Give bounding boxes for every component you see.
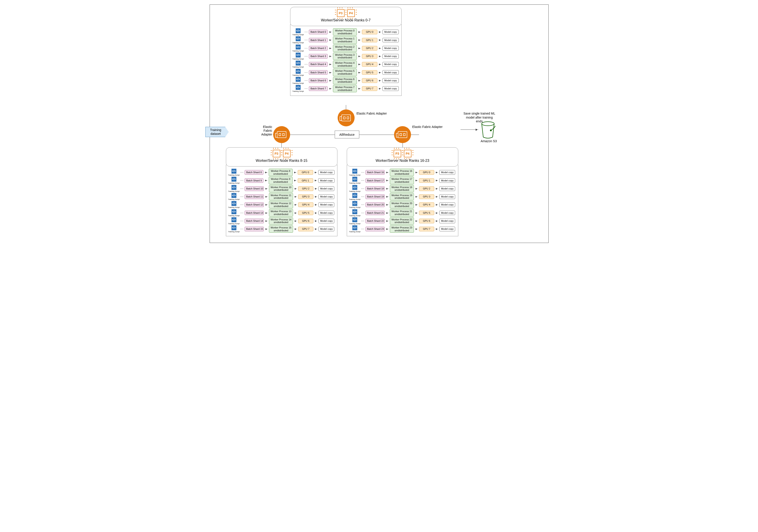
- gpu-cell: GPU 6: [419, 218, 434, 223]
- worker-node-0: P3P4Worker/Server Node Ranks 0-7</>Train…: [290, 7, 402, 96]
- worker-row: </>Training ScriptBatch Shard 4Worker Pr…: [293, 61, 399, 68]
- worker-process-cell: Worker Process 4smdistributed: [333, 61, 357, 68]
- architecture-diagram: Training dataset Elastic Fabric Adapter …: [210, 5, 549, 243]
- training-script-icon: </>Training Script: [350, 169, 360, 176]
- model-copy-cell: Model copy: [319, 202, 334, 207]
- batch-shard-cell: Batch Shard 21: [365, 211, 385, 215]
- worker-row: </>Training ScriptBatch Shard 14Worker P…: [229, 217, 334, 225]
- training-script-icon: </>Training Script: [293, 28, 303, 36]
- arrow-icon: [358, 48, 361, 49]
- dashed-connector: [305, 64, 308, 64]
- dashed-connector: [361, 180, 364, 181]
- worker-process-cell: Worker Process 23smdistributed: [390, 225, 414, 233]
- batch-shard-cell: Batch Shard 9: [245, 178, 263, 183]
- node-header: P3P4Worker/Server Node Ranks 16-23: [347, 147, 458, 166]
- batch-shard-cell: Batch Shard 14: [245, 218, 264, 223]
- gpu-cell: GPU 1: [298, 178, 313, 183]
- model-copy-cell: Model copy: [319, 186, 334, 191]
- batch-shard-cell: Batch Shard 6: [309, 78, 327, 83]
- model-copy-cell: Model copy: [319, 218, 334, 223]
- gpu-cell: GPU 2: [298, 186, 313, 191]
- efa-label-left: Elastic Fabric Adapter: [259, 125, 272, 136]
- gpu-cell: GPU 2: [419, 186, 434, 191]
- model-copy-cell: Model copy: [319, 211, 334, 215]
- model-copy-cell: Model copy: [439, 211, 455, 215]
- arrow-icon: [386, 172, 389, 173]
- training-script-icon: </>Training Script: [350, 201, 360, 208]
- training-script-icon: </>Training Script: [229, 193, 239, 200]
- batch-shard-cell: Batch Shard 4: [309, 62, 327, 67]
- arrow-icon: [435, 188, 438, 189]
- worker-row: </>Training ScriptBatch Shard 6Worker Pr…: [293, 77, 399, 84]
- arrow-icon: [265, 172, 267, 173]
- arrow-icon: [329, 56, 331, 56]
- gpu-cell: GPU 2: [362, 46, 377, 50]
- node-header: P3P4Worker/Server Node Ranks 0-7: [290, 7, 402, 26]
- arrow-icon: [386, 213, 389, 213]
- worker-process-cell: Worker Process 15smdistributed: [269, 225, 293, 233]
- model-copy-cell: Model copy: [319, 227, 334, 231]
- efa-label-top: Elastic Fabric Adapter: [357, 112, 387, 116]
- gpu-cell: GPU 5: [362, 70, 377, 75]
- batch-shard-cell: Batch Shard 15: [245, 227, 264, 231]
- gpu-cell: GPU 3: [362, 54, 377, 59]
- worker-node-2: P3P4Worker/Server Node Ranks 16-23</>Tra…: [347, 147, 458, 236]
- worker-row: </>Training ScriptBatch Shard 5Worker Pr…: [293, 69, 399, 76]
- worker-row: </>Training ScriptBatch Shard 18Worker P…: [350, 185, 455, 192]
- arrow-icon: [315, 205, 317, 205]
- worker-row: </>Training ScriptBatch Shard 21Worker P…: [350, 209, 455, 216]
- training-script-icon: </>Training Script: [293, 85, 303, 92]
- model-copy-cell: Model copy: [382, 46, 398, 50]
- arrow-icon: [415, 180, 418, 181]
- worker-row: </>Training ScriptBatch Shard 16Worker P…: [350, 169, 455, 176]
- arrow-icon: [265, 188, 268, 189]
- dashed-connector: [361, 172, 364, 173]
- arrow-icon: [435, 221, 438, 221]
- dashed-connector: [240, 221, 243, 221]
- worker-process-cell: Worker Process 19smdistributed: [390, 193, 414, 200]
- gpu-cell: GPU 6: [362, 78, 377, 83]
- dashed-connector: [305, 48, 308, 49]
- arrow-icon: [379, 72, 381, 73]
- arrow-icon: [294, 180, 296, 181]
- worker-row: </>Training ScriptBatch Shard 10Worker P…: [229, 185, 334, 192]
- dashed-connector: [240, 172, 244, 173]
- arrow-icon: [435, 180, 438, 181]
- gpu-cell: GPU 4: [298, 202, 313, 207]
- training-dataset-input: Training dataset: [205, 127, 229, 137]
- training-script-icon: </>Training Script: [229, 201, 239, 208]
- worker-process-cell: Worker Process 12smdistributed: [269, 201, 293, 208]
- arrow-icon: [294, 188, 297, 189]
- node-header-icons: P3P4: [293, 9, 398, 17]
- arrow-icon: [415, 188, 418, 189]
- batch-shard-cell: Batch Shard 5: [309, 70, 327, 75]
- arrow-icon: [379, 88, 381, 89]
- batch-shard-cell: Batch Shard 22: [365, 218, 385, 223]
- output-arrow: [461, 129, 478, 130]
- efa-icon-left: [273, 126, 290, 143]
- training-script-icon: </>Training Script: [229, 217, 239, 225]
- chip-icon: P4: [283, 150, 291, 157]
- s3-bucket-icon: [481, 121, 496, 140]
- batch-shard-cell: Batch Shard 2: [309, 46, 327, 50]
- model-copy-cell: Model copy: [439, 194, 455, 199]
- dashed-connector: [305, 40, 308, 40]
- arrow-icon: [386, 221, 389, 221]
- arrow-icon: [294, 172, 296, 173]
- arrow-icon: [329, 48, 331, 49]
- model-copy-cell: Model copy: [382, 70, 398, 75]
- gpu-cell: GPU 0: [298, 170, 313, 175]
- arrow-icon: [314, 172, 317, 173]
- worker-process-cell: Worker Process 13smdistributed: [269, 209, 293, 216]
- dashed-connector: [305, 56, 308, 56]
- batch-shard-cell: Batch Shard 16: [365, 170, 385, 175]
- arrow-icon: [415, 221, 418, 221]
- chip-icon: P4: [404, 150, 411, 157]
- batch-shard-cell: Batch Shard 18: [365, 186, 385, 191]
- training-dataset-label: Training dataset: [206, 128, 226, 136]
- node-title: Worker/Server Node Ranks 8-15: [229, 159, 334, 163]
- worker-process-cell: Worker Process 22smdistributed: [390, 217, 414, 225]
- chip-icon: P3: [394, 150, 401, 157]
- worker-row: </>Training ScriptBatch Shard 0Worker Pr…: [293, 28, 399, 36]
- dashed-connector: [240, 205, 243, 205]
